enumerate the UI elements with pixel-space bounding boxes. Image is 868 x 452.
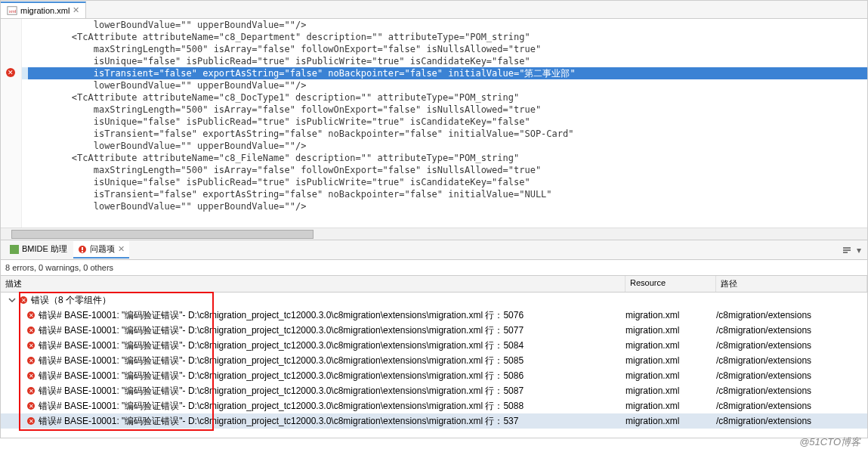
error-row[interactable]: ✕错误# BASE-10001: "编码验证错误"- D:\c8migratio…: [1, 323, 867, 338]
error-resource: migration.xml: [626, 325, 716, 336]
problems-pane: BMIDE 助理 问题项 ✕ ▾ 8 errors, 0 warnings, 0…: [0, 240, 868, 438]
error-icon: ✕: [26, 401, 36, 410]
horizontal-scrollbar[interactable]: [1, 228, 867, 240]
problems-icon: [78, 245, 87, 254]
code-line[interactable]: isUnique="false" isPublicRead="true" isP…: [28, 176, 867, 188]
svg-text:✕: ✕: [29, 373, 34, 379]
code-line[interactable]: lowerBoundValue="" upperBoundValue=""/>: [28, 200, 867, 212]
problems-toolbar: ▾: [842, 245, 867, 255]
error-resource: migration.xml: [626, 355, 716, 366]
error-desc: 错误# BASE-10001: "编码验证错误"- D:\c8migration…: [39, 339, 524, 352]
error-row[interactable]: ✕错误# BASE-10001: "编码验证错误"- D:\c8migratio…: [1, 338, 867, 353]
svg-rect-7: [82, 251, 83, 252]
error-icon: ✕: [26, 386, 36, 395]
bottom-tab-bar: BMIDE 助理 问题项 ✕ ▾: [1, 240, 867, 260]
code-line[interactable]: lowerBoundValue="" upperBoundValue=""/>: [28, 140, 867, 152]
view-menu-icon[interactable]: [842, 245, 852, 255]
svg-text:✕: ✕: [29, 342, 34, 349]
svg-rect-6: [82, 247, 83, 250]
error-desc: 错误# BASE-10001: "编码验证错误"- D:\c8migration…: [39, 354, 524, 367]
problems-tree[interactable]: ✕错误（8 个零组件）✕错误# BASE-10001: "编码验证错误"- D:…: [1, 293, 867, 429]
close-problems-icon[interactable]: ✕: [118, 244, 125, 254]
tab-problems-label: 问题项: [90, 243, 115, 255]
problems-table: 描述 Resource 路径 ✕错误（8 个零组件）✕错误# BASE-1000…: [1, 275, 867, 438]
table-headers: 描述 Resource 路径: [1, 275, 867, 293]
svg-text:✕: ✕: [8, 69, 14, 76]
close-tab-icon[interactable]: ✕: [73, 5, 79, 15]
code-line[interactable]: maxStringLength="500" isArray="false" fo…: [28, 104, 867, 116]
error-marker-icon[interactable]: ✕: [5, 67, 16, 78]
error-resource: migration.xml: [626, 416, 716, 426]
svg-text:✕: ✕: [29, 312, 34, 319]
code-line[interactable]: lowerBoundValue="" upperBoundValue=""/>: [28, 19, 867, 31]
view-menu-dropdown-icon[interactable]: ▾: [857, 245, 861, 255]
code-line[interactable]: isUnique="false" isPublicRead="true" isP…: [28, 55, 867, 67]
error-desc: 错误# BASE-10001: "编码验证错误"- D:\c8migration…: [39, 400, 524, 413]
error-row[interactable]: ✕错误# BASE-10001: "编码验证错误"- D:\c8migratio…: [1, 398, 867, 413]
error-row[interactable]: ✕错误# BASE-10001: "编码验证错误"- D:\c8migratio…: [1, 308, 867, 323]
error-path: /c8migration/extensions: [716, 370, 867, 381]
code-line[interactable]: maxStringLength="500" isArray="false" fo…: [28, 43, 867, 55]
error-row[interactable]: ✕错误# BASE-10001: "编码验证错误"- D:\c8migratio…: [1, 383, 867, 398]
code-line[interactable]: <TcAttribute attributeName="c8_Departmen…: [28, 31, 867, 43]
svg-text:✕: ✕: [21, 297, 26, 304]
error-row[interactable]: ✕错误# BASE-10001: "编码验证错误"- D:\c8migratio…: [1, 368, 867, 383]
svg-text:✕: ✕: [29, 418, 34, 425]
svg-rect-4: [10, 245, 19, 254]
error-resource: migration.xml: [626, 340, 716, 351]
error-icon: ✕: [26, 371, 36, 380]
editor-tab-bar: xml migration.xml ✕: [1, 1, 867, 19]
error-path: /c8migration/extensions: [716, 355, 867, 366]
error-icon: ✕: [26, 326, 36, 335]
error-path: /c8migration/extensions: [716, 401, 867, 411]
svg-text:✕: ✕: [29, 403, 34, 410]
svg-text:✕: ✕: [29, 358, 34, 364]
code-line[interactable]: isTransient="false" exportAsString="fals…: [28, 67, 867, 79]
tab-bmide-label: BMIDE 助理: [22, 243, 67, 255]
error-row[interactable]: ✕错误# BASE-10001: "编码验证错误"- D:\c8migratio…: [1, 353, 867, 368]
header-path[interactable]: 路径: [716, 276, 867, 292]
problems-count-label: 8 errors, 0 warnings, 0 others: [1, 260, 867, 275]
tab-problems[interactable]: 问题项 ✕: [73, 241, 129, 259]
code-line[interactable]: maxStringLength="500" isArray="false" fo…: [28, 164, 867, 176]
editor-gutter: ✕: [1, 19, 22, 228]
editor-tab-migration[interactable]: xml migration.xml ✕: [1, 2, 86, 18]
error-resource: migration.xml: [626, 385, 716, 396]
error-desc: 错误# BASE-10001: "编码验证错误"- D:\c8migration…: [39, 415, 518, 428]
tab-bmide-assistant[interactable]: BMIDE 助理: [5, 241, 72, 259]
code-line[interactable]: <TcAttribute attributeName="c8_DocType1"…: [28, 91, 867, 104]
error-resource: migration.xml: [626, 370, 716, 381]
header-resource[interactable]: Resource: [626, 276, 716, 292]
header-description[interactable]: 描述: [1, 276, 626, 292]
xml-file-icon: xml: [7, 5, 17, 16]
error-icon: ✕: [26, 416, 36, 426]
error-icon: ✕: [26, 356, 36, 365]
error-path: /c8migration/extensions: [716, 385, 867, 396]
scrollbar-thumb[interactable]: [11, 230, 314, 239]
editor-tab-label: migration.xml: [20, 6, 70, 15]
error-path: /c8migration/extensions: [716, 340, 867, 351]
helper-icon: [10, 245, 19, 254]
code-line[interactable]: isTransient="false" exportAsString="fals…: [28, 188, 867, 200]
error-desc: 错误# BASE-10001: "编码验证错误"- D:\c8migration…: [39, 309, 524, 322]
svg-text:✕: ✕: [29, 327, 34, 334]
error-path: /c8migration/extensions: [716, 310, 867, 320]
error-group-icon: ✕: [19, 296, 28, 305]
error-resource: migration.xml: [626, 401, 716, 411]
code-line[interactable]: <TcAttribute attributeName="c8_FileName"…: [28, 152, 867, 164]
error-row[interactable]: ✕错误# BASE-10001: "编码验证错误"- D:\c8migratio…: [1, 413, 867, 429]
watermark-text: @51CTO博客: [799, 435, 860, 449]
code-area[interactable]: lowerBoundValue="" upperBoundValue=""/> …: [22, 19, 867, 228]
error-icon: ✕: [26, 341, 36, 350]
code-line[interactable]: isTransient="false" exportAsString="fals…: [28, 128, 867, 140]
error-group-row[interactable]: ✕错误（8 个零组件）: [1, 293, 867, 308]
code-line[interactable]: isUnique="false" isPublicRead="true" isP…: [28, 116, 867, 128]
chevron-down-icon: [8, 296, 16, 304]
error-path: /c8migration/extensions: [716, 416, 867, 426]
error-icon: ✕: [26, 311, 36, 320]
editor-body: ✕ lowerBoundValue="" upperBoundValue=""/…: [1, 19, 867, 228]
code-line[interactable]: lowerBoundValue="" upperBoundValue=""/>: [28, 79, 867, 91]
editor-pane: xml migration.xml ✕ ✕ lowerBoundValue=""…: [0, 0, 868, 240]
error-group-label: 错误（8 个零组件）: [31, 294, 111, 307]
error-desc: 错误# BASE-10001: "编码验证错误"- D:\c8migration…: [39, 324, 524, 337]
